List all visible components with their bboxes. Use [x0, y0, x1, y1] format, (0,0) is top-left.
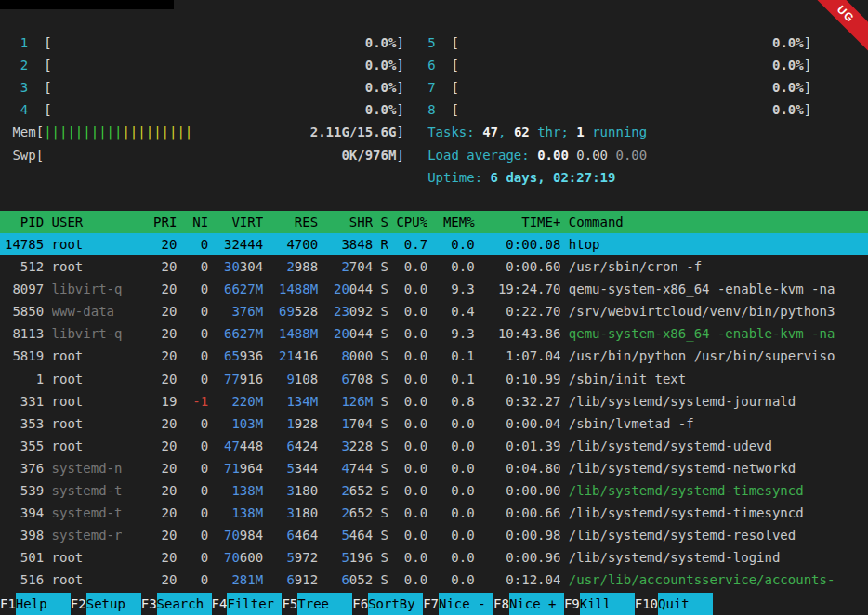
cell-cpu-percent: 0.0 — [388, 524, 427, 546]
meter-open-bracket: [ — [44, 54, 51, 76]
meter-bars — [52, 98, 365, 121]
fnkey-f3[interactable]: F3Search — [141, 593, 212, 615]
cell-shr: 23092 — [318, 300, 373, 322]
cell-shr: 3848 — [318, 233, 373, 255]
column-header-pid[interactable]: PID — [5, 211, 44, 233]
meter-close-bracket: ] — [804, 98, 811, 121]
fnkey-label: F2 — [71, 593, 86, 615]
meter-fill: 0.0% — [459, 76, 804, 98]
process-row-8097[interactable]: 8097libvirt-q2006627M1488M20044S0.09.319… — [0, 278, 868, 300]
meter-value: 2.11G/15.6G — [310, 121, 397, 143]
cell-pid: 376 — [5, 457, 44, 479]
fnkey-f1[interactable]: F1Help — [0, 593, 71, 615]
column-header-res[interactable]: RES — [263, 211, 318, 233]
cell-pid: 8113 — [5, 322, 44, 345]
process-row-331[interactable]: 331root19-1220M134M126MS0.00.80:32.27/li… — [0, 390, 868, 412]
meter-line-left: Mem[|||||||||||||||||||2.11G/15.6G] — [5, 121, 404, 143]
cell-mem-percent: 9.3 — [427, 322, 475, 345]
summary-text: 0.00 — [576, 144, 615, 166]
fnkey-f8[interactable]: F8Nice + — [493, 593, 564, 615]
cell-pri: 20 — [122, 435, 177, 457]
meter-close-bracket: ] — [396, 76, 403, 98]
cell-user: root — [52, 546, 123, 569]
process-row-5819[interactable]: 5819root20065936214168000S0.00.11:07.04/… — [0, 345, 868, 367]
process-row-516[interactable]: 516root200281M69126052S0.00.00:12.04/usr… — [0, 569, 868, 591]
fnkey-action: Help — [16, 593, 71, 615]
process-row-5850[interactable]: 5850www-data200376M6952823092S0.00.40:22… — [0, 300, 868, 322]
cell-time: 0:00.60 — [475, 255, 561, 278]
cell-state: S — [373, 435, 388, 457]
process-row-398[interactable]: 398systemd-r2007098464645464S0.00.00:00.… — [0, 524, 868, 546]
cell-ni: 0 — [177, 278, 208, 300]
meter-line-7: Uptime: 6 days, 02:27:19 — [0, 166, 868, 189]
cell-user: root — [52, 569, 123, 591]
process-row-512[interactable]: 512root2003030429882704S0.00.00:00.60/us… — [0, 255, 868, 278]
fnkey-action: Nice - — [439, 593, 493, 615]
fnkey-action: Setup — [86, 593, 141, 615]
column-header-user[interactable]: USER — [52, 211, 123, 233]
process-row-353[interactable]: 353root200103M19281704S0.00.00:00.04/sbi… — [0, 412, 868, 435]
fnkey-label: F8 — [493, 593, 509, 615]
fnkey-f6[interactable]: F6SortBy — [352, 593, 423, 615]
fnkey-f10[interactable]: F10Quit — [635, 593, 713, 615]
process-row-355[interactable]: 355root2004744864243228S0.00.00:01.39/li… — [0, 435, 868, 457]
meter-fill: 0K/976M — [44, 144, 396, 166]
debug-ribbon-band: UG — [809, 0, 868, 59]
top-black-bar — [0, 0, 174, 9]
cpu2: 2 — [5, 54, 44, 76]
cell-virt: 220M — [208, 390, 263, 412]
cell-shr: 5464 — [318, 524, 373, 546]
process-row-394[interactable]: 394systemd-t200138M31802652S0.00.00:00.6… — [0, 502, 868, 524]
fnkey-f9[interactable]: F9Kill — [564, 593, 635, 615]
cell-state: S — [373, 412, 388, 435]
meter-line-2: 2[0.0%]6[0.0%] — [0, 54, 868, 76]
column-header-s[interactable]: S — [373, 211, 388, 233]
cell-time: 0:00.66 — [475, 502, 561, 524]
column-header-ni[interactable]: NI — [177, 211, 208, 233]
process-row-8113[interactable]: 8113libvirt-q2006627M1488M20044S0.09.310… — [0, 322, 868, 345]
fnkey-f7[interactable]: F7Nice - — [423, 593, 493, 615]
meter-open-bracket: [ — [44, 98, 51, 121]
meter-close-bracket: ] — [396, 54, 403, 76]
cell-mem-percent: 0.4 — [427, 300, 475, 322]
cell-mem-percent: 0.0 — [427, 546, 475, 569]
cpu-meter-5: 5[0.0%] — [427, 32, 811, 54]
fnkey-f4[interactable]: F4Filter — [212, 593, 283, 615]
column-header-mem[interactable]: MEM% — [427, 211, 475, 233]
column-header-command[interactable]: Command — [569, 211, 868, 233]
debug-ribbon: UG — [809, 0, 868, 59]
fnkey-f2[interactable]: F2Setup — [71, 593, 141, 615]
meter-value: 0.0% — [365, 76, 397, 98]
meter-close-bracket: ] — [396, 32, 403, 54]
column-header-shr[interactable]: SHR — [318, 211, 373, 233]
process-row-376[interactable]: 376systemd-n2007196453444744S0.00.00:04.… — [0, 457, 868, 479]
meter-value: 0.0% — [365, 98, 397, 121]
fnkey-f5[interactable]: F5Tree — [282, 593, 352, 615]
cell-time: 1:07.04 — [475, 345, 561, 367]
column-header-pri[interactable]: PRI — [122, 211, 177, 233]
cell-state: R — [373, 233, 388, 255]
cell-cpu-percent: 0.0 — [388, 502, 427, 524]
column-header-time[interactable]: TIME+ — [475, 211, 561, 233]
cell-user: libvirt-q — [52, 322, 123, 345]
fnkey-label: F1 — [0, 593, 16, 615]
column-header-virt[interactable]: VIRT — [208, 211, 263, 233]
cell-state: S — [373, 546, 388, 569]
process-row-14785[interactable]: 14785root2003244447003848R0.70.00:00.08h… — [0, 233, 868, 255]
column-header-cpu[interactable]: CPU% — [388, 211, 427, 233]
cell-cpu-percent: 0.0 — [388, 479, 427, 502]
cpu-meter-4: 4[0.0%] — [5, 98, 404, 121]
meter-fill: 0.0% — [459, 54, 804, 76]
process-row-501[interactable]: 501root2007060059725196S0.00.00:00.96/li… — [0, 546, 868, 569]
cell-res: 1928 — [263, 412, 318, 435]
cell-ni: 0 — [177, 300, 208, 322]
cpu1: 1 — [5, 32, 44, 54]
cell-mem-percent: 0.0 — [427, 412, 475, 435]
process-row-539[interactable]: 539systemd-t200138M31802652S0.00.00:00.0… — [0, 479, 868, 502]
cpu-meter-7: 7[0.0%] — [427, 76, 811, 98]
cell-pid: 398 — [5, 524, 44, 546]
process-row-1[interactable]: 1root2007791691086708S0.00.10:10.99/sbin… — [0, 368, 868, 390]
fnkey-label: F4 — [212, 593, 228, 615]
cell-virt: 103M — [208, 412, 263, 435]
cell-command: qemu-system-x86_64 -enable-kvm -na — [569, 278, 868, 300]
